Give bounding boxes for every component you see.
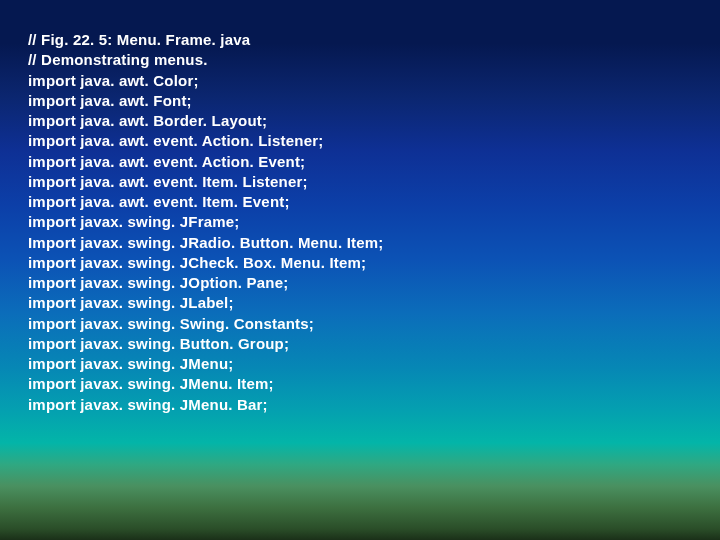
- code-line: import java. awt. Color;: [28, 71, 692, 91]
- code-line: import javax. swing. JOption. Pane;: [28, 273, 692, 293]
- code-line: import javax. swing. Button. Group;: [28, 334, 692, 354]
- code-line: import javax. swing. JMenu;: [28, 354, 692, 374]
- code-line: import java. awt. Border. Layout;: [28, 111, 692, 131]
- code-line: // Demonstrating menus.: [28, 50, 692, 70]
- code-line: import javax. swing. JMenu. Item;: [28, 374, 692, 394]
- code-line: import java. awt. event. Item. Listener;: [28, 172, 692, 192]
- code-line: import javax. swing. JLabel;: [28, 293, 692, 313]
- code-line: import java. awt. event. Action. Event;: [28, 152, 692, 172]
- code-block: // Fig. 22. 5: Menu. Frame. java // Demo…: [28, 30, 692, 415]
- code-line: import java. awt. Font;: [28, 91, 692, 111]
- code-line: import javax. swing. JFrame;: [28, 212, 692, 232]
- code-line: import javax. swing. Swing. Constants;: [28, 314, 692, 334]
- code-line: import java. awt. event. Action. Listene…: [28, 131, 692, 151]
- code-line: // Fig. 22. 5: Menu. Frame. java: [28, 30, 692, 50]
- code-line: import javax. swing. JMenu. Bar;: [28, 395, 692, 415]
- code-line: Import javax. swing. JRadio. Button. Men…: [28, 233, 692, 253]
- code-line: import java. awt. event. Item. Event;: [28, 192, 692, 212]
- code-line: import javax. swing. JCheck. Box. Menu. …: [28, 253, 692, 273]
- slide-container: // Fig. 22. 5: Menu. Frame. java // Demo…: [0, 0, 720, 540]
